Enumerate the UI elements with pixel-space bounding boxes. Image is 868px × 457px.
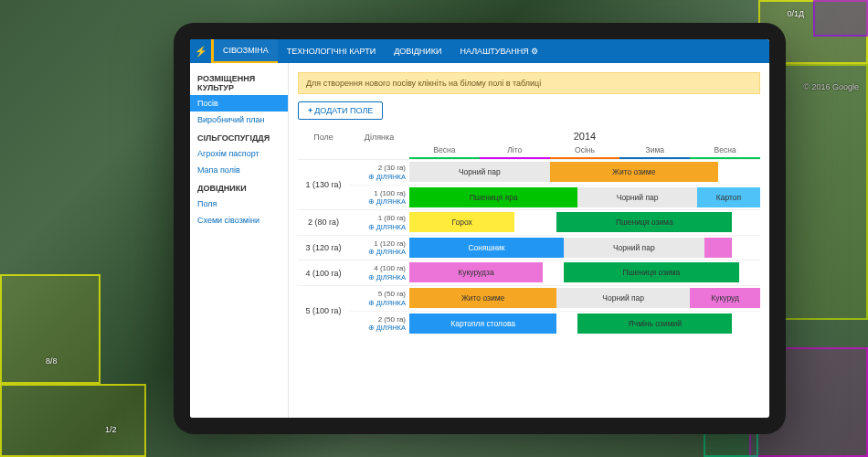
crop-bar[interactable]: Горох: [409, 212, 514, 232]
crop-bar[interactable]: Чорний пар: [577, 187, 697, 207]
nav-item[interactable]: НАЛАШТУВАННЯ⚙: [451, 39, 547, 63]
plot-cell[interactable]: 2 (50 га)ДІЛЯНКА: [349, 312, 409, 336]
nav-item[interactable]: СІВОЗМІНА: [214, 39, 278, 63]
plot-cell[interactable]: 1 (120 га)ДІЛЯНКА: [349, 236, 409, 260]
timeline-row[interactable]: КукурудзаПшениця озима: [409, 260, 760, 284]
crop-bar[interactable]: Пшениця яра: [409, 187, 577, 207]
sidebar-group-title: ДОВІДНИКИ: [190, 178, 288, 196]
field-cell[interactable]: 5 (100 га): [298, 286, 349, 335]
col-header-year: 2014: [409, 127, 760, 143]
crop-bar[interactable]: Картоп: [697, 187, 760, 207]
season-header: Літо: [480, 143, 550, 159]
add-plot-button[interactable]: ДІЛЯНКА: [353, 197, 406, 206]
col-header-plot: Ділянка: [349, 127, 409, 159]
crop-bar[interactable]: [704, 238, 733, 258]
sidebar-group-title: РОЗМІЩЕННЯ КУЛЬТУР: [190, 69, 288, 95]
nav-item[interactable]: ДОВІДНИКИ: [385, 39, 450, 63]
crop-bar[interactable]: Пшениця озима: [564, 262, 739, 282]
add-plot-button[interactable]: ДІЛЯНКА: [353, 324, 406, 332]
crop-bar[interactable]: Пшениця озима: [556, 212, 732, 232]
sidebar-item[interactable]: Виробничий план: [190, 112, 288, 128]
sidebar: РОЗМІЩЕННЯ КУЛЬТУРПосівВиробничий планСІ…: [190, 63, 289, 418]
main-content: Для створення нового посіву клікніть на …: [289, 63, 769, 418]
timeline-row[interactable]: ГорохПшениця озима: [409, 210, 760, 234]
crop-bar[interactable]: Чорний пар: [564, 238, 704, 258]
map-copyright: © 2016 Google: [803, 82, 859, 91]
parcel-label: 0/1Д: [787, 9, 804, 18]
crop-bar[interactable]: Кукуруд: [690, 288, 760, 308]
tablet-screen: ⚡ СІВОЗМІНАТЕХНОЛОГІЧНІ КАРТИДОВІДНИКИНА…: [190, 39, 769, 418]
timeline-row[interactable]: СоняшникЧорний пар: [409, 236, 760, 260]
crop-bar[interactable]: Чорний пар: [556, 288, 690, 308]
add-field-button[interactable]: +ДОДАТИ ПОЛЕ: [298, 101, 383, 120]
plot-cell[interactable]: 5 (50 га)ДІЛЯНКА: [349, 286, 409, 311]
crop-bar[interactable]: Жито озиме: [409, 288, 556, 308]
add-plot-button[interactable]: ДІЛЯНКА: [353, 299, 406, 307]
parcel-label: 1/2: [105, 425, 117, 434]
add-plot-button[interactable]: ДІЛЯНКА: [353, 248, 406, 256]
field-cell[interactable]: 1 (130 га): [298, 160, 349, 209]
field-cell[interactable]: 3 (120 га): [298, 236, 349, 260]
add-plot-button[interactable]: ДІЛЯНКА: [353, 173, 406, 181]
tablet-frame: ⚡ СІВОЗМІНАТЕХНОЛОГІЧНІ КАРТИДОВІДНИКИНА…: [174, 23, 786, 434]
top-nav: ⚡ СІВОЗМІНАТЕХНОЛОГІЧНІ КАРТИДОВІДНИКИНА…: [190, 39, 769, 63]
add-plot-button[interactable]: ДІЛЯНКА: [353, 273, 406, 282]
season-header: Зима: [619, 143, 690, 159]
plot-cell[interactable]: 1 (80 га)ДІЛЯНКА: [349, 210, 409, 235]
add-field-label: ДОДАТИ ПОЛЕ: [314, 106, 373, 115]
sidebar-item[interactable]: Мапа полів: [190, 162, 288, 178]
field-cell[interactable]: 2 (80 га): [298, 210, 349, 235]
season-header: Весна: [409, 143, 480, 159]
plot-cell[interactable]: 1 (100 га)ДІЛЯНКА: [349, 186, 409, 210]
season-header: Весна: [690, 143, 760, 159]
crop-bar[interactable]: Ячмінь озимий: [577, 314, 732, 334]
plus-icon: +: [308, 106, 312, 115]
field-cell[interactable]: 4 (100 га): [298, 260, 349, 285]
sidebar-item[interactable]: Посів: [190, 95, 288, 112]
col-header-field: Поле: [298, 127, 349, 159]
crop-bar[interactable]: Чорний пар: [409, 162, 550, 182]
crop-bar[interactable]: Соняшник: [409, 238, 564, 258]
app-logo-icon[interactable]: ⚡: [190, 39, 214, 63]
add-plot-button[interactable]: ДІЛЯНКА: [353, 223, 406, 231]
hint-banner: Для створення нового посіву клікніть на …: [298, 72, 760, 94]
timeline-row[interactable]: Пшениця яраЧорний парКартоп: [409, 186, 760, 209]
season-header: Осінь: [550, 143, 620, 159]
map-parcel[interactable]: [0, 384, 146, 457]
crop-bar[interactable]: Жито озиме: [550, 162, 718, 182]
crop-bar[interactable]: Картопля столова: [409, 314, 556, 334]
timeline-row[interactable]: Жито озимеЧорний парКукуруд: [409, 286, 760, 310]
crop-bar[interactable]: Кукурудза: [409, 262, 543, 282]
parcel-label: 8/8: [46, 356, 58, 366]
sidebar-item[interactable]: Схеми сівозміни: [190, 212, 288, 228]
map-parcel[interactable]: [777, 64, 868, 320]
sidebar-item[interactable]: Агрохім паспорт: [190, 145, 288, 162]
sidebar-item[interactable]: Поля: [190, 196, 288, 212]
sidebar-group-title: СІЛЬГОСПУГІДДЯ: [190, 128, 288, 145]
timeline-row[interactable]: Картопля столоваЯчмінь озимий: [409, 312, 760, 335]
nav-item[interactable]: ТЕХНОЛОГІЧНІ КАРТИ: [278, 39, 386, 63]
crop-rotation-table: Поле Ділянка 2014 ВеснаЛітоОсіньЗимаВесн…: [298, 127, 760, 335]
timeline-row[interactable]: Чорний парЖито озиме: [409, 160, 760, 184]
map-parcel[interactable]: [813, 0, 868, 37]
plot-cell[interactable]: 2 (30 га)ДІЛЯНКА: [349, 160, 409, 185]
plot-cell[interactable]: 4 (100 га)ДІЛЯНКА: [349, 260, 409, 285]
gear-icon: ⚙: [531, 47, 538, 56]
map-parcel[interactable]: [0, 274, 101, 384]
